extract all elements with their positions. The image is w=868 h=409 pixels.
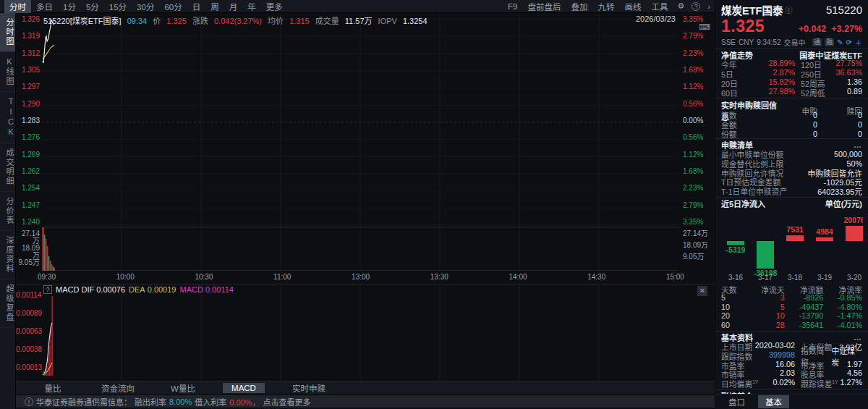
tab-basic-info[interactable]: 基本	[758, 395, 789, 408]
period-tab-5min[interactable]: 5分	[81, 0, 104, 13]
period-tab-more[interactable]: 更多	[261, 0, 288, 13]
sidebar-item-super-replay[interactable]: 超级复盘	[0, 279, 15, 328]
trade-date: 2026/03/23	[636, 14, 676, 23]
price-change: +0.042	[799, 24, 827, 34]
axis-label: 13:30	[430, 273, 448, 281]
help-icon[interactable]: ?	[692, 2, 700, 11]
intraday-plot[interactable]	[42, 13, 678, 271]
sidebar-item-depth-data[interactable]: 深度资料	[0, 231, 15, 279]
period-tab-intraday[interactable]: 分时	[4, 0, 31, 13]
period-tab-1min[interactable]: 1分	[58, 0, 81, 13]
axis-label: 09:30	[38, 273, 56, 281]
axis-label: 1.290	[16, 101, 40, 108]
sidebar-item-trade-details[interactable]: 成交明细	[0, 143, 15, 192]
time-axis: 09:3010:0010:3011:0013:0013:3014:0014:30…	[38, 273, 684, 281]
axis-label: 0.56%	[683, 101, 713, 108]
see-more-link[interactable]: 点击查看更多	[263, 396, 310, 408]
macd-axis: 0.001140.000890.000630.000380.00013	[16, 292, 40, 371]
chevron-right-icon[interactable]: ›	[703, 2, 715, 11]
current-minute: 09:34	[127, 17, 148, 25]
inflow-category-label: 3-17	[758, 274, 773, 282]
axis-label: 1.12%	[683, 151, 713, 159]
sidebar-item-price-table[interactable]: 分价表	[0, 192, 15, 231]
percent-axis-right: 3.35%2.79%2.23%1.68%1.12%0.56%0.00%0.56%…	[681, 16, 713, 226]
macd-header: ? MACD DIF 0.00076 DEA 0.00019 MACD 0.00…	[43, 285, 234, 294]
indicator-tabstrip: 量比 资金流向 W量比 MACD 实时申赎	[16, 381, 715, 395]
status-bar[interactable]: ! 华泰证券融券通供需信息： 融出利率 8.00% 借入利率 0.00%， 点击…	[16, 395, 715, 408]
keyboard-icon[interactable]: ⌨	[699, 22, 710, 32]
tab-realtime-subscription[interactable]: 实时申赎	[284, 381, 334, 395]
toolbar-draw-line[interactable]: 画线	[619, 0, 646, 13]
tab-macd[interactable]: MACD	[223, 383, 265, 393]
period-tab-week[interactable]: 周	[205, 0, 224, 13]
toolbar-overlay[interactable]: 叠加	[566, 0, 592, 13]
axis-label: 1.326	[16, 16, 40, 23]
period-tab-30min[interactable]: 30分	[132, 0, 159, 13]
flow-table-section: 天数净流天净流额净流率 53-8926-0.85% 105-49437-4.80…	[715, 284, 868, 331]
tab-w-volume-ratio[interactable]: W量比	[162, 381, 204, 395]
axis-label: 1.297	[16, 83, 40, 90]
toolbar-tools[interactable]: 工具	[646, 0, 673, 13]
period-tab-60min[interactable]: 60分	[159, 0, 187, 13]
axis-label: 0.00038	[16, 346, 40, 353]
axis-label: 13:00	[352, 273, 370, 281]
period-tab-15min[interactable]: 15分	[104, 0, 132, 13]
borrow-rate: 0.00%，	[229, 396, 260, 408]
period-tab-multiday[interactable]: 多日	[31, 0, 58, 13]
add-plus-icon[interactable]: ＋	[855, 37, 862, 48]
info-circle-icon[interactable]: ⓘ	[785, 4, 792, 15]
toolbar-nine-turn[interactable]: 九转	[592, 0, 619, 13]
quote-time: 9:34:52	[757, 38, 780, 46]
macd-help-icon[interactable]: ?	[43, 285, 52, 294]
axis-label: 1.247	[16, 202, 40, 209]
axis-label: 15:00	[666, 273, 684, 281]
tab-volume-ratio[interactable]: 量比	[32, 381, 74, 395]
inflow-value-label: 4984	[816, 227, 833, 235]
toolbar-f9[interactable]: F9	[503, 1, 522, 12]
axis-label: 3.35%	[683, 219, 713, 226]
period-tab-month[interactable]: 月	[224, 0, 243, 13]
tab-order-book[interactable]: 盘口	[721, 395, 752, 408]
macd-value: 0.00114	[205, 285, 234, 294]
inflow-category-label: 3-16	[728, 274, 743, 282]
axis-label: 0.00%	[683, 117, 713, 125]
more-ellipsis-icon[interactable]: …	[854, 140, 862, 149]
sidebar-item-tick[interactable]: TICK	[0, 92, 15, 143]
avg-price: 1.315	[289, 17, 310, 25]
axis-label: 27.14万	[16, 230, 40, 245]
info-icon: !	[25, 397, 33, 406]
inflow-category-label: 3-19	[817, 274, 832, 282]
sidebar-item-kline-chart[interactable]: K线图	[0, 52, 15, 92]
change-value: 0.042(3.27%)	[214, 17, 262, 25]
axis-label: 10:30	[195, 273, 213, 281]
period-tab-day[interactable]: 日	[187, 0, 206, 13]
inflow-value-label: 7531	[786, 225, 804, 234]
chart-info-line: 515220[煤炭ETF国泰] 09:34 价 1.325 涨跌 0.042(3…	[43, 14, 431, 26]
quote-panel: 煤炭ETF国泰 ⓘ 515220 1.325 +0.042+3.27% SSE …	[715, 0, 868, 409]
axis-label: 0.00063	[16, 328, 40, 335]
inflow-bar	[757, 241, 774, 269]
short-badge: 融	[825, 38, 834, 46]
more-ellipsis-icon[interactable]: …	[854, 333, 862, 342]
axis-label: 1.312	[16, 50, 40, 57]
volume-axis-right: 27.14万18.09万9.05万	[681, 230, 713, 261]
volume-axis-left: 27.14万18.09万9.05万	[16, 230, 40, 261]
period-tab-year[interactable]: 年	[242, 0, 261, 13]
macd-panel: ? MACD DIF 0.00076 DEA 0.00019 MACD 0.00…	[16, 284, 715, 381]
toolbar-pre-post-market[interactable]: 盘前盘后	[522, 0, 566, 13]
settings-gear-icon[interactable]: ⚙	[673, 1, 689, 11]
etf-name: 煤炭ETF国泰	[721, 2, 783, 17]
price-change-pct: +3.27%	[831, 24, 862, 34]
intraday-chart-panel: 515220[煤炭ETF国泰] 09:34 价 1.325 涨跌 0.042(3…	[16, 13, 715, 284]
macd-plot[interactable]	[42, 284, 678, 382]
axis-label: 1.276	[16, 134, 40, 141]
refresh-icon[interactable]: ⟳	[846, 38, 852, 46]
current-price: 1.325	[166, 17, 187, 25]
edit-pencil-icon[interactable]: ✎	[837, 38, 843, 46]
sidebar-item-intraday-chart[interactable]: 分时图	[0, 13, 15, 52]
close-icon[interactable]: ✕	[697, 286, 707, 296]
tab-money-flow[interactable]: 资金流向	[93, 381, 143, 395]
left-sidebar: 分时图 K线图 TICK 成交明细 分价表 深度资料 超级复盘	[0, 13, 16, 409]
trading-terminal: 分时 多日 1分 5分 15分 30分 60分 日 周 月 年 更多 F9 盘前…	[0, 0, 868, 409]
panel-tabstrip: 盘口 基本	[715, 394, 868, 409]
